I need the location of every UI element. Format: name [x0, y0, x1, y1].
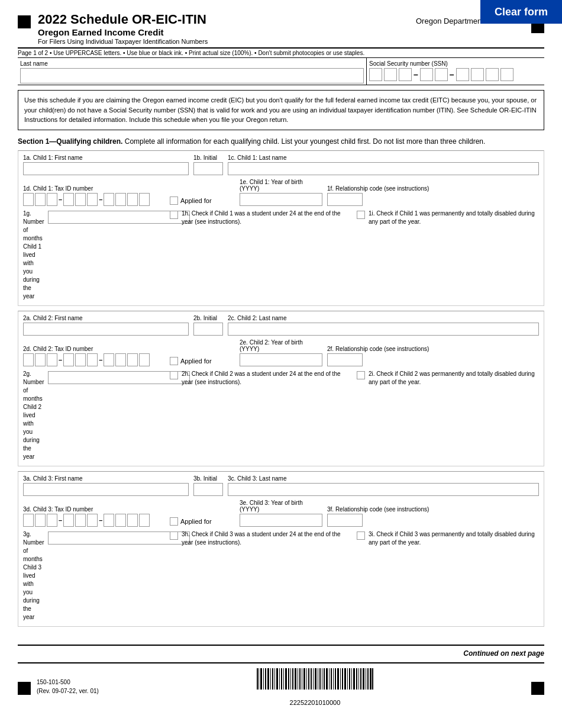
ssn-digit-6[interactable] [456, 68, 469, 81]
child3-disabled-label: 3i. Check if Child 3 was permanently and… [369, 530, 539, 547]
child3-taxid-d3[interactable] [47, 514, 57, 527]
child1-taxid-d8[interactable] [115, 193, 126, 206]
child2-taxid-d6[interactable] [87, 353, 98, 366]
child1-taxid-d10[interactable] [139, 193, 150, 206]
svg-rect-45 [356, 668, 357, 690]
child2-taxid-d5[interactable] [75, 353, 86, 366]
child2-taxid-d7[interactable] [104, 353, 114, 366]
child2-yob-input[interactable] [240, 353, 322, 366]
svg-rect-12 [281, 668, 282, 690]
child2-lastname-input[interactable] [228, 323, 539, 336]
svg-rect-24 [308, 668, 309, 690]
svg-rect-19 [298, 668, 298, 690]
child3-initial-input[interactable] [193, 483, 223, 496]
ssn-digit-4[interactable] [420, 68, 433, 81]
child2-taxid-d1[interactable] [23, 353, 34, 366]
child2-applied-checkbox[interactable] [170, 357, 178, 365]
child3-lastname-input[interactable] [228, 483, 539, 496]
svg-rect-3 [260, 668, 262, 690]
child1-months-input[interactable] [48, 211, 190, 224]
svg-rect-22 [303, 668, 305, 690]
child1-disabled-checkbox[interactable] [357, 211, 365, 219]
child1-taxid-d9[interactable] [127, 193, 138, 206]
child-2-section: 2a. Child 2: First name 2b. Initial 2c. … [18, 311, 544, 466]
child1-applied-checkbox[interactable] [170, 197, 178, 205]
child3-taxid-d5[interactable] [75, 514, 86, 527]
ssn-digit-2[interactable] [384, 68, 397, 81]
child1-taxid-d6[interactable] [87, 193, 98, 206]
ssn-digit-5[interactable] [435, 68, 448, 81]
child2-taxid-boxes: – – [23, 353, 165, 366]
child2-taxid-d9[interactable] [127, 353, 138, 366]
child1-yob-input[interactable] [240, 193, 322, 206]
form-subtitle: Oregon Earned Income Credit [38, 27, 208, 38]
ssn-dash-1: – [414, 70, 418, 79]
child3-months-input[interactable] [48, 531, 190, 545]
child1-taxid-d1[interactable] [23, 193, 34, 206]
child3-taxid-d4[interactable] [63, 514, 74, 527]
child3-lastname-label: 3c. Child 3: Last name [228, 475, 539, 482]
svg-rect-18 [295, 668, 296, 690]
child3-taxid-d8[interactable] [115, 514, 126, 527]
child3-yob-input[interactable] [240, 514, 322, 527]
child3-taxid-d6[interactable] [87, 514, 98, 527]
ssn-digit-1[interactable] [369, 68, 382, 81]
child3-firstname-input[interactable] [23, 483, 189, 496]
child1-taxid-d3[interactable] [47, 193, 57, 206]
child2-taxid-d10[interactable] [139, 353, 150, 366]
child2-taxid-d3[interactable] [47, 353, 57, 366]
child2-initial-input[interactable] [193, 323, 223, 336]
child3-rel-input[interactable] [327, 514, 363, 527]
child3-taxid-d2[interactable] [35, 514, 46, 527]
child2-taxid-d8[interactable] [115, 353, 126, 366]
child2-taxid-d4[interactable] [63, 353, 74, 366]
child1-firstname-input[interactable] [23, 162, 189, 175]
child2-months-input[interactable] [48, 371, 190, 384]
child2-student-checkbox[interactable] [170, 371, 178, 379]
child3-firstname-label: 3a. Child 3: First name [23, 475, 189, 482]
child2-disabled-checkbox[interactable] [357, 371, 365, 379]
child1-taxid-boxes: – – [23, 193, 165, 206]
child2-firstname-input[interactable] [23, 323, 189, 336]
child1-lastname-input[interactable] [228, 162, 539, 175]
child3-taxid-d10[interactable] [139, 514, 150, 527]
child3-taxid-d9[interactable] [127, 514, 138, 527]
last-name-input[interactable] [20, 68, 364, 83]
svg-rect-52 [372, 668, 373, 690]
svg-rect-7 [270, 668, 271, 690]
ssn-digit-8[interactable] [486, 68, 499, 81]
child1-taxid-d5[interactable] [75, 193, 86, 206]
svg-rect-47 [360, 668, 361, 690]
child3-applied-label: Applied for [180, 518, 212, 525]
child3-disabled-checkbox[interactable] [357, 531, 365, 540]
child1-initial-input[interactable] [193, 162, 223, 175]
child3-student-checkbox[interactable] [170, 531, 178, 540]
svg-rect-11 [279, 668, 280, 690]
child3-taxid-d1[interactable] [23, 514, 34, 527]
child1-rel-input[interactable] [327, 193, 363, 206]
child1-taxid-d4[interactable] [63, 193, 74, 206]
footer-black-square-left [18, 682, 31, 695]
ssn-label: Social Security number (SSN) [369, 60, 542, 67]
ssn-digit-3[interactable] [399, 68, 412, 81]
svg-rect-2 [259, 668, 259, 690]
svg-rect-43 [351, 668, 352, 690]
child1-taxid-dash2: – [99, 196, 102, 203]
child3-taxid-label: 3d. Child 3: Tax ID number [23, 506, 165, 513]
child2-taxid-d2[interactable] [35, 353, 46, 366]
child1-taxid-d7[interactable] [104, 193, 114, 206]
child1-taxid-d2[interactable] [35, 193, 46, 206]
svg-rect-35 [333, 668, 334, 690]
ssn-digit-7[interactable] [471, 68, 484, 81]
child1-lastname-label: 1c. Child 1: Last name [228, 154, 539, 161]
child3-taxid-boxes: – – [23, 514, 165, 527]
child2-rel-input[interactable] [327, 353, 363, 366]
svg-rect-40 [344, 668, 346, 690]
child1-student-checkbox[interactable] [170, 211, 178, 219]
child3-applied-checkbox[interactable] [170, 517, 178, 526]
form-description: For Filers Using Individual Taxpayer Ide… [38, 38, 208, 45]
clear-form-button[interactable]: Clear form [480, 0, 562, 24]
ssn-digit-9[interactable] [500, 68, 513, 81]
child3-taxid-d7[interactable] [104, 514, 114, 527]
child1-firstname-label: 1a. Child 1: First name [23, 154, 189, 161]
